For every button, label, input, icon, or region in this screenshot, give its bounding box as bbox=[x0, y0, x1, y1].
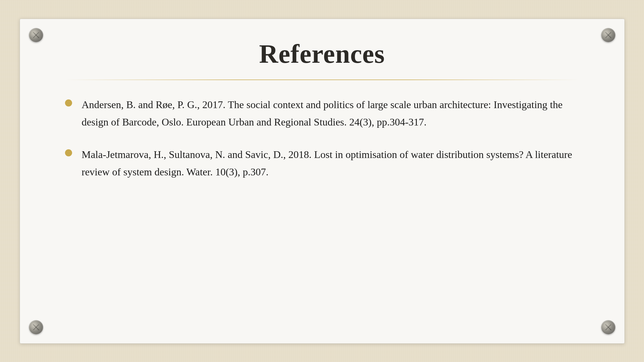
bullet-1 bbox=[65, 99, 72, 107]
reference-item-2: Mala-Jetmarova, H., Sultanova, N. and Sa… bbox=[65, 146, 579, 181]
screw-bottom-left bbox=[29, 320, 43, 334]
title-divider bbox=[65, 79, 579, 80]
screw-top-right bbox=[601, 28, 615, 42]
slide-title: References bbox=[65, 38, 579, 70]
screw-bottom-right bbox=[601, 320, 615, 334]
reference-text-2: Mala-Jetmarova, H., Sultanova, N. and Sa… bbox=[82, 146, 579, 181]
screw-top-left bbox=[29, 28, 43, 42]
reference-text-1: Andersen, B. and Røe, P. G., 2017. The s… bbox=[82, 96, 579, 131]
references-list: Andersen, B. and Røe, P. G., 2017. The s… bbox=[65, 96, 579, 324]
slide-content: References Andersen, B. and Røe, P. G., … bbox=[20, 19, 624, 343]
bullet-2 bbox=[65, 149, 72, 156]
slide-container: References Andersen, B. and Røe, P. G., … bbox=[20, 19, 625, 344]
reference-item-1: Andersen, B. and Røe, P. G., 2017. The s… bbox=[65, 96, 579, 131]
